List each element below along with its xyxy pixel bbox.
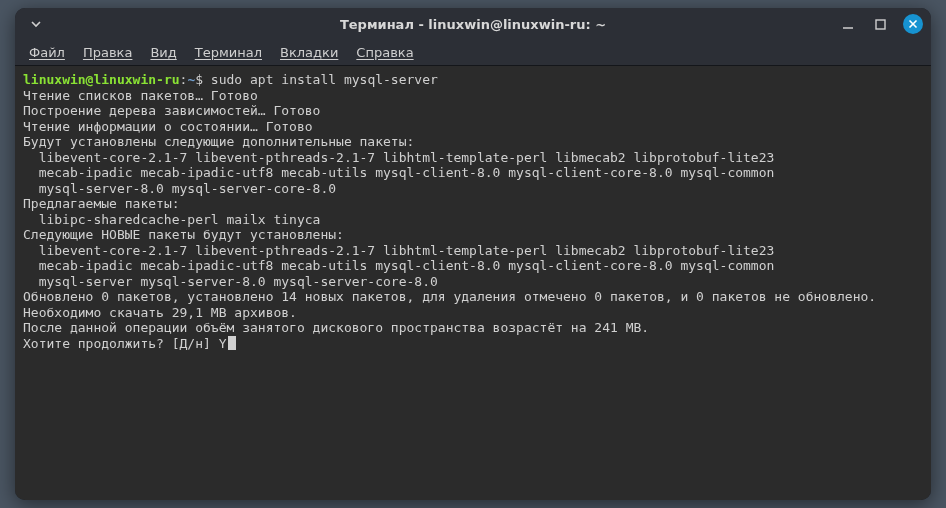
command-text: sudo apt install mysql-server <box>211 72 438 87</box>
terminal-window: Терминал - linuxwin@linuxwin-ru: ~ Файл … <box>15 8 931 500</box>
output-line: libevent-core-2.1-7 libevent-pthreads-2.… <box>23 243 923 259</box>
menubar: Файл Правка Вид Терминал Вкладки Справка <box>15 40 931 66</box>
output-line: Обновлено 0 пакетов, установлено 14 новы… <box>23 289 923 305</box>
minimize-button[interactable] <box>839 15 857 33</box>
titlebar: Терминал - linuxwin@linuxwin-ru: ~ <box>15 8 931 40</box>
output-line: mysql-server-8.0 mysql-server-core-8.0 <box>23 181 923 197</box>
menu-help[interactable]: Справка <box>356 45 413 60</box>
output-line: mysql-server mysql-server-8.0 mysql-serv… <box>23 274 923 290</box>
output-line: Предлагаемые пакеты: <box>23 196 923 212</box>
output-line: Чтение информации о состоянии… Готово <box>23 119 923 135</box>
output-line: Необходимо скачать 29,1 MB архивов. <box>23 305 923 321</box>
output-line: После данной операции объём занятого дис… <box>23 320 923 336</box>
prompt-continue: Хотите продолжить? [Д/н] <box>23 336 219 351</box>
prompt-user-host: linuxwin@linuxwin-ru <box>23 72 180 87</box>
output-line: libipc-sharedcache-perl mailx tinyca <box>23 212 923 228</box>
cursor-icon <box>228 336 236 350</box>
output-line: Будут установлены следующие дополнительн… <box>23 134 923 150</box>
menu-file[interactable]: Файл <box>29 45 65 60</box>
close-button[interactable] <box>903 14 923 34</box>
user-input: Y <box>219 336 227 351</box>
output-line: mecab-ipadic mecab-ipadic-utf8 mecab-uti… <box>23 165 923 181</box>
window-title: Терминал - linuxwin@linuxwin-ru: ~ <box>15 17 931 32</box>
maximize-button[interactable] <box>871 15 889 33</box>
output-line: libevent-core-2.1-7 libevent-pthreads-2.… <box>23 150 923 166</box>
menu-edit[interactable]: Правка <box>83 45 132 60</box>
menu-view[interactable]: Вид <box>150 45 176 60</box>
output-line: mecab-ipadic mecab-ipadic-utf8 mecab-uti… <box>23 258 923 274</box>
prompt-symbol: $ <box>195 72 211 87</box>
menu-chevron-icon[interactable] <box>27 15 45 33</box>
terminal-content[interactable]: linuxwin@linuxwin-ru:~$ sudo apt install… <box>15 66 931 500</box>
output-line: Чтение списков пакетов… Готово <box>23 88 923 104</box>
menu-tabs[interactable]: Вкладки <box>280 45 338 60</box>
output-line: Построение дерева зависимостей… Готово <box>23 103 923 119</box>
svg-rect-1 <box>876 20 885 29</box>
output-line: Следующие НОВЫЕ пакеты будут установлены… <box>23 227 923 243</box>
menu-terminal[interactable]: Терминал <box>195 45 262 60</box>
